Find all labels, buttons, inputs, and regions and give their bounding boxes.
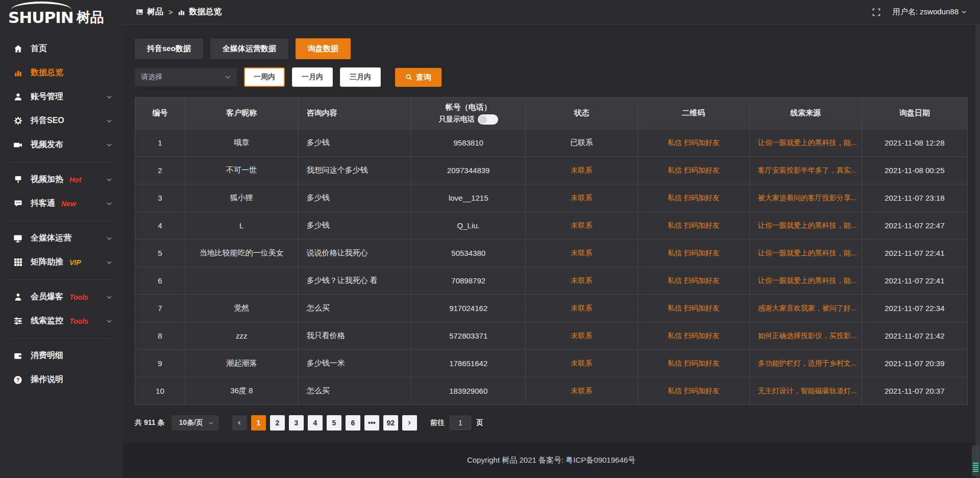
sidebar-item-13[interactable]: 线索监控Tools (0, 309, 122, 333)
period-button-week[interactable]: 一周内 (244, 67, 285, 87)
breadcrumb-item-current[interactable]: 数据总览 (178, 7, 222, 17)
sidebar-item-7[interactable]: 抖客通New (0, 192, 122, 216)
sidebar-item-2[interactable]: 账号管理 (0, 85, 122, 109)
next-page-button[interactable] (402, 415, 417, 431)
qrcode-link[interactable]: 私信 扫码加好友 (638, 377, 750, 405)
chevron-down-icon (106, 94, 112, 100)
help-icon: ? (13, 375, 23, 385)
fullscreen-icon[interactable] (872, 8, 880, 16)
chevron-down-icon (106, 259, 112, 266)
chevron-down-icon (106, 201, 112, 207)
phone-toggle-label: 只显示电话 (439, 114, 475, 125)
page-button-2[interactable]: 2 (270, 415, 285, 431)
source-link[interactable]: 感谢大家喜欢我家，被问了好... (749, 295, 862, 322)
tab-douyin-seo[interactable]: 抖音seo数据 (135, 38, 203, 59)
chat-icon (13, 199, 23, 208)
period-button-quarter[interactable]: 三月内 (340, 67, 381, 87)
video-icon (13, 140, 23, 150)
period-button-month[interactable]: 一月内 (292, 67, 333, 87)
tab-omnimedia[interactable]: 全媒体运营数据 (210, 38, 288, 59)
prev-page-button[interactable] (232, 415, 247, 431)
source-link[interactable]: 多功能护栏灯，适用于乡村文... (749, 350, 862, 377)
goto-suffix: 页 (476, 418, 483, 427)
topbar: 树品 > 数据总览 用户名: zswodun88 (122, 0, 980, 25)
page-button-92[interactable]: 92 (383, 415, 398, 431)
chevron-down-icon (106, 177, 112, 183)
source-link[interactable]: 让你一眼就爱上的黑科技，能... (749, 267, 862, 295)
page-button-1[interactable]: 1 (251, 415, 266, 431)
qrcode-link[interactable]: 私信 扫码加好友 (638, 129, 750, 157)
qrcode-link[interactable]: 私信 扫码加好友 (638, 184, 750, 212)
phone-only-toggle[interactable] (478, 114, 498, 125)
sidebar-item-3[interactable]: 抖音SEO (0, 109, 122, 133)
account-select[interactable]: 请选择 (135, 68, 237, 86)
sidebar-item-label: 视频发布 (31, 139, 63, 150)
sidebar-item-15[interactable]: 消费明细 (0, 344, 122, 368)
floating-widget[interactable] (972, 445, 979, 476)
user-menu[interactable]: 用户名: zswodun88 (893, 7, 967, 17)
page-button-3[interactable]: 3 (289, 415, 304, 431)
sidebar-item-9[interactable]: 全媒体运营 (0, 226, 122, 250)
sidebar-item-12[interactable]: 会员爆客Tools (0, 285, 122, 309)
status-badge: 未联系 (525, 322, 638, 350)
source-link[interactable]: 让你一眼就爱上的黑科技，能... (749, 129, 862, 157)
source-link[interactable]: 无主灯设计，智能磁吸轨道灯... (749, 377, 862, 405)
page-button-4[interactable]: 4 (308, 415, 323, 431)
source-link[interactable]: 让你一眼就爱上的黑科技，能... (749, 212, 862, 240)
source-link[interactable]: 如何正确选择投影仪，买投影... (749, 322, 862, 350)
sidebar-item-16[interactable]: ?操作说明 (0, 368, 122, 392)
qrcode-link[interactable]: 私信 扫码加好友 (638, 322, 750, 350)
sidebar-item-0[interactable]: 首页 (0, 37, 122, 61)
cell-date: 2021-11-07 22:34 (862, 295, 967, 322)
cell-date: 2021-11-07 21:42 (862, 322, 967, 350)
source-link[interactable]: 让你一眼就爱上的黑科技，能... (749, 240, 862, 267)
sidebar-item-label: 首页 (31, 43, 47, 54)
page-button-5[interactable]: 5 (327, 415, 341, 431)
query-button[interactable]: 查询 (395, 68, 442, 87)
source-link[interactable]: 客厅安装投影半年多了，真实... (749, 157, 862, 184)
cell-no: 7 (135, 295, 185, 322)
qrcode-link[interactable]: 私信 扫码加好友 (638, 267, 750, 295)
qrcode-link[interactable]: 私信 扫码加好友 (638, 350, 750, 377)
pagination: 共 911 条 10条/页 123456•••92 前往 页 (135, 415, 968, 431)
sidebar-item-4[interactable]: 视频发布 (0, 133, 122, 157)
status-badge: 未联系 (525, 184, 638, 212)
breadcrumb-label: 数据总览 (189, 7, 222, 17)
table-row: 5当地比较能吃的一位美女说说价格让我死心50534380未联系私信 扫码加好友让… (135, 240, 968, 267)
sidebar-item-label: 抖客通 (31, 198, 55, 209)
cell-nickname: zzz (185, 322, 298, 350)
qrcode-link[interactable]: 私信 扫码加好友 (638, 212, 750, 240)
cell-no: 9 (135, 350, 185, 377)
cell-nickname: L (185, 212, 298, 240)
page-size-select[interactable]: 10条/页 (172, 415, 218, 431)
sidebar-item-10[interactable]: 矩阵助推VIP (0, 250, 122, 274)
breadcrumb-item-home[interactable]: 树品 (136, 7, 163, 17)
cell-account: 183929060 (411, 377, 525, 405)
page-button-6[interactable]: 6 (346, 415, 360, 431)
chart-icon (13, 68, 23, 78)
qrcode-link[interactable]: 私信 扫码加好友 (638, 157, 750, 184)
chevron-down-icon (106, 235, 112, 242)
source-link[interactable]: 被大家追着问的客厅投影分享... (749, 184, 862, 212)
tab-inquiry[interactable]: 询盘数据 (296, 38, 351, 59)
cell-content: 我想问这个多少钱 (298, 157, 411, 184)
goto-page: 前往 页 (430, 416, 483, 430)
qrcode-link[interactable]: 私信 扫码加好友 (638, 295, 750, 322)
sidebar-item-label: 消费明细 (31, 350, 63, 361)
filter-bar: 请选择 一周内 一月内 三月内 查询 (135, 67, 968, 87)
qrcode-link[interactable]: 私信 扫码加好友 (638, 240, 750, 267)
cell-date: 2021-11-08 00:25 (862, 157, 967, 184)
sidebar-item-6[interactable]: 视频加热Hot (0, 168, 122, 192)
status-badge: 未联系 (525, 212, 638, 240)
sidebar-item-label: 全媒体运营 (31, 233, 71, 244)
sidebar-item-1[interactable]: 数据总览 (0, 61, 122, 85)
goto-page-input[interactable] (450, 416, 471, 430)
scrollbar[interactable] (975, 25, 980, 478)
status-badge: 未联系 (525, 240, 638, 267)
table-row: 6多少钱？让我死心 看70898792未联系私信 扫码加好友让你一眼就爱上的黑科… (135, 267, 968, 295)
query-button-label: 查询 (416, 73, 431, 82)
pagination-ellipsis[interactable]: ••• (364, 415, 379, 431)
cell-content: 怎么买 (298, 295, 411, 322)
pagination-total: 共 911 条 (135, 418, 164, 427)
brand-name-cn: 树品 (77, 8, 104, 27)
